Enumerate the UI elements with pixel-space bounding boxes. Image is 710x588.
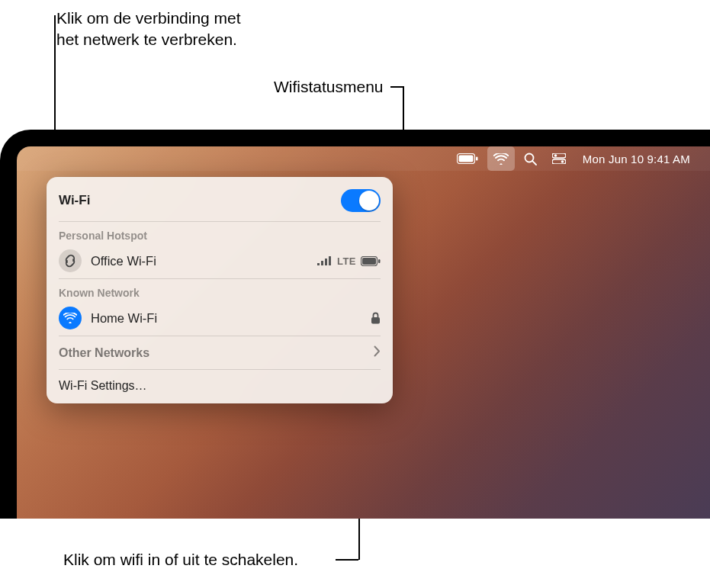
divider	[59, 336, 381, 336]
hotspot-network-name: Office Wi-Fi	[91, 254, 308, 268]
spotlight-search-icon[interactable]	[518, 146, 543, 171]
svg-rect-14	[362, 258, 376, 265]
wifi-toggle[interactable]	[341, 189, 381, 212]
control-center-icon[interactable]	[546, 146, 572, 171]
wifi-settings-row[interactable]: Wi-Fi Settings…	[47, 371, 393, 399]
wifi-toggle-knob	[359, 191, 379, 210]
known-network-name: Home Wi-Fi	[91, 311, 361, 326]
wifi-settings-label: Wi-Fi Settings…	[59, 379, 147, 392]
wifi-connected-icon	[59, 307, 82, 329]
wifi-title-row: Wi-Fi	[47, 182, 393, 220]
wifi-title: Wi-Fi	[59, 193, 90, 208]
cell-signal-icon	[317, 255, 333, 266]
callout-statusmenu-line-h	[390, 86, 403, 88]
svg-point-6	[554, 154, 557, 157]
chevron-right-icon	[374, 345, 381, 360]
laptop-bezel: Mon Jun 10 9:41 AM Wi-Fi Personal Hotspo…	[0, 130, 710, 519]
svg-rect-11	[325, 259, 327, 265]
other-networks-row[interactable]: Other Networks	[47, 338, 393, 368]
svg-rect-15	[378, 259, 381, 263]
svg-rect-9	[317, 263, 320, 265]
known-meta	[371, 312, 381, 324]
wifi-status-icon[interactable]	[487, 146, 515, 171]
svg-rect-12	[329, 256, 331, 265]
svg-rect-1	[458, 156, 473, 162]
svg-rect-10	[321, 261, 323, 265]
known-network-row[interactable]: Home Wi-Fi	[47, 302, 393, 334]
menu-bar: Mon Jun 10 9:41 AM	[17, 146, 710, 171]
callout-toggle-line-h	[336, 559, 358, 561]
hotspot-network-row[interactable]: Office Wi-Fi LTE	[47, 245, 393, 277]
hotspot-battery-icon	[361, 256, 381, 266]
menu-bar-clock[interactable]: Mon Jun 10 9:41 AM	[575, 146, 696, 171]
hotspot-meta: LTE	[317, 255, 381, 267]
lte-label: LTE	[337, 255, 356, 267]
desktop-screen: Mon Jun 10 9:41 AM Wi-Fi Personal Hotspo…	[17, 146, 710, 519]
battery-status-icon[interactable]	[451, 146, 484, 171]
divider	[59, 221, 381, 222]
svg-rect-2	[476, 157, 478, 161]
wifi-menu-panel: Wi-Fi Personal Hotspot Office Wi-Fi	[47, 177, 393, 403]
callout-statusmenu-label: Wifistatusmenu	[274, 76, 384, 98]
svg-rect-16	[371, 317, 380, 324]
svg-point-8	[561, 160, 564, 163]
lock-icon	[371, 312, 381, 324]
callout-disconnect-label: Klik om de verbinding met het netwerk te…	[56, 8, 241, 51]
svg-line-4	[532, 161, 536, 165]
divider	[59, 278, 381, 279]
hotspot-link-icon	[59, 249, 82, 272]
other-networks-label: Other Networks	[59, 346, 149, 360]
hotspot-section-label: Personal Hotspot	[47, 223, 393, 245]
known-section-label: Known Network	[47, 281, 393, 302]
divider	[59, 369, 381, 370]
callout-toggle-label: Klik om wifi in of uit te schakelen.	[63, 549, 298, 570]
